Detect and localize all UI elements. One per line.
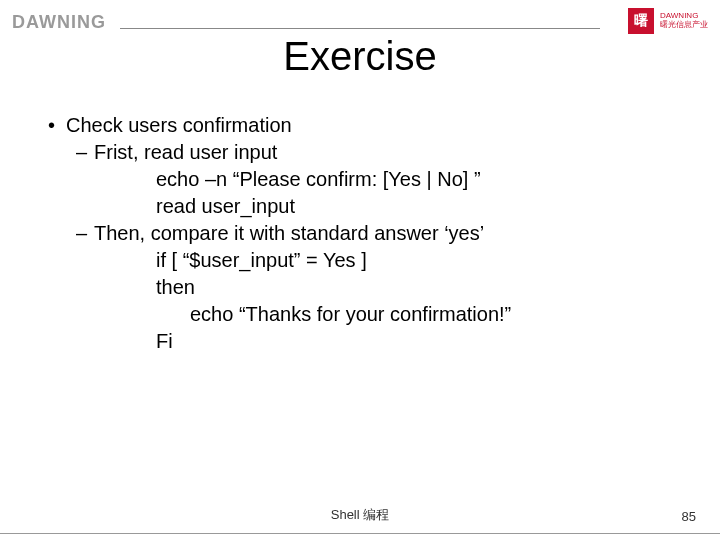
bullet-level-1: Check users confirmation [38,112,690,139]
code-line: Fi [38,328,690,355]
header-divider [120,28,600,29]
brand-right-caption-line2: 曙光信息产业 [660,21,708,30]
bullet-level-2: Frist, read user input [38,139,690,166]
footer-center-text: Shell 编程 [0,506,720,524]
slide-content: Check users confirmation Frist, read use… [38,112,690,355]
brand-left-logo: DAWNING [12,12,106,33]
bullet-level-2: Then, compare it with standard answer ‘y… [38,220,690,247]
code-line: echo –n “Please confirm: [Yes | No] ” [38,166,690,193]
page-number: 85 [682,509,696,524]
code-line: if [ “$user_input” = Yes ] [38,247,690,274]
slide: DAWNING 曙 DAWNING 曙光信息产业 Exercise Check … [0,0,720,540]
code-line-indented: echo “Thanks for your confirmation!” [38,301,690,328]
brand-right-icon: 曙 [628,8,654,34]
brand-right-logo: 曙 DAWNING 曙光信息产业 [628,8,708,34]
brand-right-caption: DAWNING 曙光信息产业 [660,12,708,30]
code-line: read user_input [38,193,690,220]
code-line: then [38,274,690,301]
footer-divider [0,533,720,534]
slide-title: Exercise [0,34,720,79]
